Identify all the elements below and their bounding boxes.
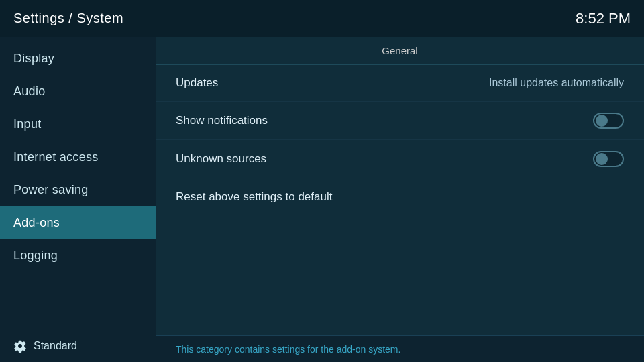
sidebar-item-audio[interactable]: Audio — [0, 75, 156, 108]
sidebar-item-input[interactable]: Input — [0, 108, 156, 141]
statusbar-text: This category contains settings for the … — [176, 344, 400, 355]
setting-row-show-notifications[interactable]: Show notifications — [156, 102, 644, 140]
header: Settings / System 8:52 PM — [0, 0, 644, 37]
sidebar-footer: Standard — [0, 330, 156, 362]
setting-row-updates[interactable]: Updates Install updates automatically — [156, 65, 644, 102]
setting-label-show-notifications: Show notifications — [176, 114, 268, 127]
statusbar: This category contains settings for the … — [156, 335, 644, 362]
section-header: General — [156, 37, 644, 65]
sidebar-item-display[interactable]: Display — [0, 42, 156, 75]
setting-row-reset[interactable]: Reset above settings to default — [156, 178, 644, 215]
settings-list: General Updates Install updates automati… — [156, 37, 644, 335]
setting-label-updates: Updates — [176, 76, 218, 90]
setting-row-unknown-sources[interactable]: Unknown sources — [156, 140, 644, 178]
sidebar-item-add-ons[interactable]: Add-ons — [0, 206, 156, 239]
setting-value-updates: Install updates automatically — [489, 77, 624, 89]
main-layout: Display Audio Input Internet access Powe… — [0, 37, 644, 362]
toggle-knob-unknown-sources — [596, 153, 608, 165]
toggle-show-notifications[interactable] — [593, 113, 624, 129]
page-title: Settings / System — [13, 11, 123, 26]
clock: 8:52 PM — [576, 10, 631, 27]
sidebar-item-power-saving[interactable]: Power saving — [0, 174, 156, 206]
profile-level-label: Standard — [34, 340, 77, 352]
toggle-unknown-sources[interactable] — [593, 151, 624, 167]
content-panel: General Updates Install updates automati… — [156, 37, 644, 362]
sidebar-item-internet-access[interactable]: Internet access — [0, 141, 156, 174]
setting-label-unknown-sources: Unknown sources — [176, 152, 266, 166]
toggle-knob-show-notifications — [596, 115, 608, 127]
sidebar-item-logging[interactable]: Logging — [0, 239, 156, 272]
reset-label: Reset above settings to default — [176, 190, 332, 204]
sidebar: Display Audio Input Internet access Powe… — [0, 37, 156, 362]
gear-icon — [13, 339, 27, 353]
